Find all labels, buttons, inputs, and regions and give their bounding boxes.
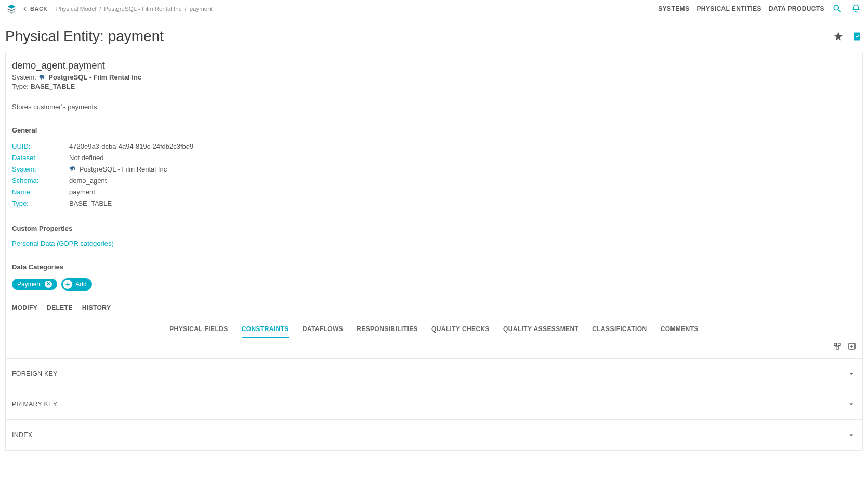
tab-responsibilities[interactable]: RESPONSIBILITIES xyxy=(357,325,418,338)
breadcrumb-item[interactable]: payment xyxy=(190,6,213,12)
page-header: Physical Entity: payment , xyxy=(0,18,868,52)
topbar-right: SYSTEMS PHYSICAL ENTITIES DATA PRODUCTS xyxy=(658,3,862,15)
entity-system-label: System: xyxy=(12,73,36,81)
favorite-star-icon[interactable] xyxy=(833,31,844,42)
add-icon[interactable] xyxy=(847,341,857,351)
back-button[interactable]: BACK xyxy=(21,5,48,13)
tab-quality-checks[interactable]: QUALITY CHECKS xyxy=(431,325,490,338)
accordion-label: INDEX xyxy=(12,431,32,439)
kv-row: Dataset:Not defined xyxy=(12,153,856,163)
kv-row: UUID:4720e9a3-dcba-4a94-819c-24fdb2c3fbd… xyxy=(12,141,856,152)
topnav-data-products[interactable]: DATA PRODUCTS xyxy=(769,5,824,12)
kv-key: Schema: xyxy=(12,176,69,186)
postgresql-icon xyxy=(38,74,46,82)
notifications-icon[interactable] xyxy=(850,3,862,15)
tab-classification[interactable]: CLASSIFICATION xyxy=(592,325,647,338)
app-logo-icon[interactable] xyxy=(6,4,17,14)
page-actions: , xyxy=(833,31,863,42)
constraints-accordion: FOREIGN KEYPRIMARY KEYINDEX xyxy=(6,358,862,451)
tab-physical-fields[interactable]: PHYSICAL FIELDS xyxy=(169,325,228,338)
add-category-label: Add xyxy=(75,281,86,288)
entity-system-line: System: PostgreSQL - Film Rental Inc xyxy=(12,73,856,82)
page-title: Physical Entity: payment xyxy=(5,28,164,45)
kv-value: PostgreSQL - Film Rental Inc xyxy=(69,164,167,175)
entity-type-value: BASE_TABLE xyxy=(30,83,75,90)
section-custom-props-title: Custom Properties xyxy=(12,225,856,232)
kv-row: Schema:demo_agent xyxy=(12,176,856,186)
data-category-chip: Payment ✕ xyxy=(12,279,57,290)
tabs: PHYSICAL FIELDSCONSTRAINTSDATAFLOWSRESPO… xyxy=(6,319,862,343)
tab-comments[interactable]: COMMENTS xyxy=(661,325,699,338)
tabs-tools xyxy=(832,341,857,351)
entity-system-value: PostgreSQL - Film Rental Inc xyxy=(48,73,141,81)
kv-value: BASE_TABLE xyxy=(69,199,112,209)
data-category-chips: Payment ✕ + Add xyxy=(12,278,856,291)
kv-value: payment xyxy=(69,187,95,198)
kv-key: Name: xyxy=(12,187,69,198)
chevron-down-icon xyxy=(847,430,856,440)
kv-row: System: PostgreSQL - Film Rental Inc xyxy=(12,164,856,175)
topbar: BACK Physical Model / PostgreSQL - Film … xyxy=(0,0,868,18)
tabs-container: PHYSICAL FIELDSCONSTRAINTSDATAFLOWSRESPO… xyxy=(6,319,862,451)
breadcrumb-item[interactable]: Physical Model xyxy=(56,6,96,12)
entity-card: demo_agent.payment System: PostgreSQL - … xyxy=(5,52,863,451)
topnav-physical-entities[interactable]: PHYSICAL ENTITIES xyxy=(696,5,761,12)
entity-description: Stores customer's payments. xyxy=(12,103,856,111)
search-icon[interactable] xyxy=(832,3,843,15)
kv-key: Dataset: xyxy=(12,153,69,163)
kv-row: Type:BASE_TABLE xyxy=(12,199,856,209)
kv-key: System: xyxy=(12,164,69,175)
topnav-systems[interactable]: SYSTEMS xyxy=(658,5,689,12)
breadcrumb-sep: / xyxy=(185,6,186,12)
plus-icon: + xyxy=(63,280,72,289)
postgresql-icon xyxy=(69,166,76,173)
general-kv-list: UUID:4720e9a3-dcba-4a94-819c-24fdb2c3fbd… xyxy=(12,141,856,209)
breadcrumb: Physical Model / PostgreSQL - Film Renta… xyxy=(56,6,213,12)
tab-quality-assessment[interactable]: QUALITY ASSESSMENT xyxy=(503,325,578,338)
kv-key: Type: xyxy=(12,199,69,209)
topbar-left: BACK Physical Model / PostgreSQL - Film … xyxy=(6,4,213,14)
entity-type-label: Type: xyxy=(12,83,29,90)
chevron-down-icon xyxy=(847,400,856,409)
kv-row: Name:payment xyxy=(12,187,856,198)
custom-prop-link[interactable]: Personal Data (GDPR categories) xyxy=(12,240,114,247)
tab-constraints[interactable]: CONSTRAINTS xyxy=(242,325,289,338)
kv-key: UUID: xyxy=(12,141,69,152)
modify-button[interactable]: MODIFY xyxy=(12,304,37,311)
chevron-left-icon xyxy=(21,5,29,13)
accordion-row-primary-key[interactable]: PRIMARY KEY xyxy=(6,389,862,420)
accordion-row-index[interactable]: INDEX xyxy=(6,420,862,451)
breadcrumb-item[interactable]: PostgreSQL - Film Rental Inc xyxy=(104,6,181,12)
kv-value: 4720e9a3-dcba-4a94-819c-24fdb2c3fbd9 xyxy=(69,141,193,152)
graph-view-icon[interactable] xyxy=(832,341,843,351)
add-category-button[interactable]: + Add xyxy=(61,278,91,291)
entity-qualified-name: demo_agent.payment xyxy=(12,60,856,71)
entity-type-line: Type: BASE_TABLE xyxy=(12,83,856,90)
accordion-label: FOREIGN KEY xyxy=(12,370,58,377)
history-button[interactable]: HISTORY xyxy=(82,304,111,311)
back-label: BACK xyxy=(30,6,48,12)
breadcrumb-sep: / xyxy=(99,6,101,12)
section-data-categories-title: Data Categories xyxy=(12,263,856,271)
section-general-title: General xyxy=(12,126,856,134)
verified-badge-icon[interactable]: , xyxy=(851,31,863,42)
delete-button[interactable]: DELETE xyxy=(47,304,73,311)
entity-actions: MODIFY DELETE HISTORY xyxy=(12,291,856,319)
remove-chip-icon[interactable]: ✕ xyxy=(45,281,52,288)
accordion-label: PRIMARY KEY xyxy=(12,401,57,408)
kv-value: demo_agent xyxy=(69,176,107,186)
data-category-chip-label: Payment xyxy=(17,281,42,288)
accordion-row-foreign-key[interactable]: FOREIGN KEY xyxy=(6,358,862,389)
kv-value: Not defined xyxy=(69,153,104,163)
tab-dataflows[interactable]: DATAFLOWS xyxy=(303,325,343,338)
chevron-down-icon xyxy=(847,369,856,378)
